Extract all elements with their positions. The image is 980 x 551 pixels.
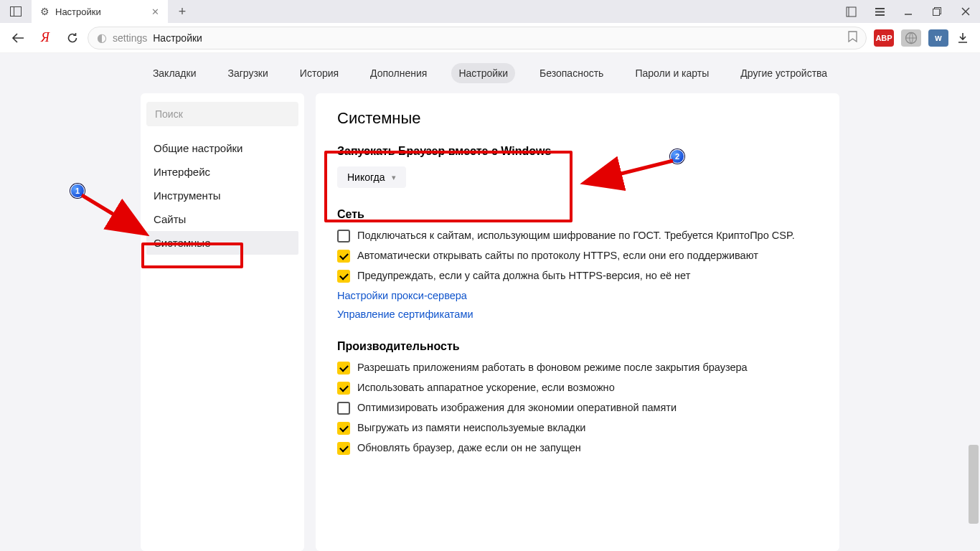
svg-rect-0 bbox=[11, 7, 22, 17]
topnav-passwords[interactable]: Пароли и карты bbox=[628, 63, 716, 83]
network-heading: Сеть bbox=[337, 208, 818, 221]
check-label: Обновлять браузер, даже если он не запущ… bbox=[357, 442, 581, 453]
new-tab-button[interactable]: + bbox=[168, 0, 197, 23]
check-opt-images[interactable]: Оптимизировать изображения для экономии … bbox=[337, 402, 818, 415]
close-tab-icon[interactable]: ✕ bbox=[151, 6, 159, 17]
link-proxy[interactable]: Настройки прокси-сервера bbox=[337, 290, 818, 301]
check-label: Подключаться к сайтам, использующим шифр… bbox=[357, 230, 795, 241]
topnav-addons[interactable]: Дополнения bbox=[363, 63, 434, 83]
topnav-history[interactable]: История bbox=[293, 63, 346, 83]
check-hw-accel[interactable]: Использовать аппаратное ускорение, если … bbox=[337, 382, 818, 395]
downloads-button[interactable] bbox=[951, 32, 974, 44]
top-nav: Закладки Загрузки История Дополнения Нас… bbox=[0, 53, 980, 93]
check-label: Предупреждать, если у сайта должна быть … bbox=[357, 270, 690, 281]
check-unload-tabs[interactable]: Выгружать из памяти неиспользуемые вклад… bbox=[337, 422, 818, 435]
close-window-button[interactable] bbox=[951, 0, 980, 23]
checkbox-icon[interactable] bbox=[337, 362, 350, 375]
performance-heading: Производительность bbox=[337, 340, 818, 353]
gear-icon: ⚙ bbox=[40, 6, 50, 17]
svg-rect-2 bbox=[847, 7, 856, 17]
svg-rect-8 bbox=[933, 9, 940, 16]
menu-icon[interactable] bbox=[865, 0, 894, 23]
topnav-bookmarks[interactable]: Закладки bbox=[146, 63, 204, 83]
section-network: Сеть Подключаться к сайтам, использующим… bbox=[337, 208, 818, 320]
checkbox-icon[interactable] bbox=[337, 230, 350, 242]
site-info-icon[interactable]: ◐ bbox=[97, 31, 107, 44]
section-launch: Запускать Браузер вместе с Windows Никог… bbox=[337, 145, 818, 188]
sidebar-item-system[interactable]: Системные bbox=[146, 231, 298, 255]
sidebar-search[interactable]: Поиск bbox=[146, 102, 298, 126]
check-https-warn[interactable]: Предупреждать, если у сайта должна быть … bbox=[337, 270, 818, 283]
extension-globe[interactable] bbox=[901, 29, 921, 47]
topnav-devices[interactable]: Другие устройства bbox=[733, 63, 834, 83]
check-auto-update[interactable]: Обновлять браузер, даже если он не запущ… bbox=[337, 442, 818, 455]
checkbox-icon[interactable] bbox=[337, 382, 350, 395]
checkbox-icon[interactable] bbox=[337, 402, 350, 415]
sidebar-item-interface[interactable]: Интерфейс bbox=[146, 160, 298, 184]
launch-dropdown-value: Никогда bbox=[347, 171, 385, 183]
back-button[interactable] bbox=[6, 26, 30, 50]
reload-button[interactable] bbox=[60, 26, 85, 50]
scrollbar-thumb[interactable] bbox=[969, 445, 979, 524]
settings-sidebar: Поиск Общие настройки Интерфейс Инструме… bbox=[141, 93, 304, 551]
bookmark-icon[interactable] bbox=[848, 31, 857, 45]
page-title: Системные bbox=[337, 109, 818, 128]
checkbox-icon[interactable] bbox=[337, 442, 350, 455]
check-label: Использовать аппаратное ускорение, если … bbox=[357, 382, 615, 393]
yandex-home-button[interactable]: Я bbox=[33, 26, 57, 50]
smartbox[interactable]: ◐ settings Настройки bbox=[88, 27, 867, 50]
sidebar-item-general[interactable]: Общие настройки bbox=[146, 136, 298, 160]
check-label: Выгружать из памяти неиспользуемые вклад… bbox=[357, 422, 585, 433]
chevron-down-icon: ▾ bbox=[392, 173, 396, 182]
topnav-security[interactable]: Безопасность bbox=[532, 63, 611, 83]
browser-tab[interactable]: ⚙ Настройки ✕ bbox=[32, 0, 168, 23]
url-page: Настройки bbox=[153, 32, 202, 44]
check-label: Оптимизировать изображения для экономии … bbox=[357, 402, 677, 413]
extension-abp[interactable]: ABP bbox=[874, 29, 894, 47]
extension-vk[interactable]: w bbox=[928, 29, 948, 47]
check-bg-apps[interactable]: Разрешать приложениям работать в фоновом… bbox=[337, 362, 818, 375]
topnav-downloads[interactable]: Загрузки bbox=[220, 63, 275, 83]
minimize-button[interactable] bbox=[894, 0, 923, 23]
link-certs[interactable]: Управление сертификатами bbox=[337, 309, 818, 320]
sidebar-item-tools[interactable]: Инструменты bbox=[146, 184, 298, 207]
launch-dropdown[interactable]: Никогда ▾ bbox=[337, 166, 406, 188]
checkbox-icon[interactable] bbox=[337, 270, 350, 283]
url-prefix: settings bbox=[113, 32, 147, 44]
check-gost[interactable]: Подключаться к сайтам, использующим шифр… bbox=[337, 230, 818, 242]
section-performance: Производительность Разрешать приложениям… bbox=[337, 340, 818, 455]
check-label: Автоматически открывать сайты по протоко… bbox=[357, 250, 758, 261]
check-https-auto[interactable]: Автоматически открывать сайты по протоко… bbox=[337, 250, 818, 263]
panel-toggle-button[interactable] bbox=[0, 0, 32, 23]
checkbox-icon[interactable] bbox=[337, 250, 350, 263]
settings-content: Системные Запускать Браузер вместе с Win… bbox=[316, 93, 839, 551]
sidebar-item-sites[interactable]: Сайты bbox=[146, 207, 298, 231]
titlebar: ⚙ Настройки ✕ + bbox=[0, 0, 980, 23]
topnav-settings[interactable]: Настройки bbox=[451, 63, 515, 83]
checkbox-icon[interactable] bbox=[337, 422, 350, 435]
check-label: Разрешать приложениям работать в фоновом… bbox=[357, 362, 748, 373]
reader-mode-icon[interactable] bbox=[837, 0, 865, 23]
launch-heading: Запускать Браузер вместе с Windows bbox=[337, 145, 818, 158]
maximize-button[interactable] bbox=[923, 0, 951, 23]
tab-title: Настройки bbox=[55, 6, 101, 17]
toolbar: Я ◐ settings Настройки ABP w bbox=[0, 23, 980, 53]
main: Поиск Общие настройки Интерфейс Инструме… bbox=[0, 93, 980, 551]
